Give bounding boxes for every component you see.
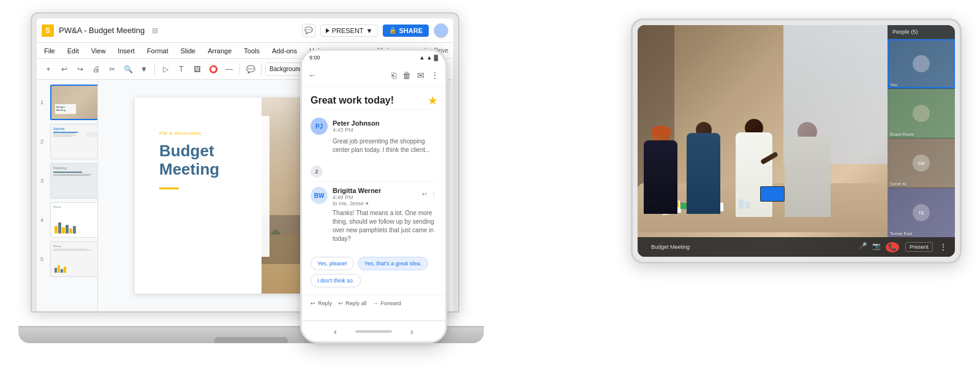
slide-thumbnail-5[interactable]: Racing [50, 241, 98, 277]
smart-reply-1[interactable]: Yes, please! [311, 257, 354, 270]
tool-text[interactable]: T [175, 63, 188, 76]
tool-shape[interactable]: ⭕ [206, 63, 220, 76]
email-star-icon[interactable]: ★ [428, 95, 437, 107]
slide-thumb-container-4: 4 Racing [50, 202, 94, 238]
slide-number-1: 1 [40, 99, 43, 105]
comment-button[interactable]: 💬 [302, 24, 315, 37]
archive-icon[interactable]: ⎗ [391, 70, 396, 80]
laptop-notch [214, 337, 288, 343]
tool-line[interactable]: — [222, 63, 236, 76]
slide-thumbnail-2[interactable]: Agenda [50, 124, 98, 159]
more-icon[interactable]: ⋮ [431, 70, 439, 80]
present-button[interactable]: PRESENT ▼ [320, 25, 379, 37]
sender-meta-2: Brigitta Werner 4:49 PM ↩ ⋮ to me, Jesse… [333, 187, 437, 207]
phone-nav-icons: ⎗ 🗑 ✉ ⋮ [391, 70, 439, 80]
menu-view[interactable]: View [89, 46, 108, 56]
email-actions: ↩ Reply ↩ Reply all → Forward [302, 295, 445, 311]
slide-thumbnail-4[interactable]: Racing [50, 202, 98, 238]
slide-accent-line [159, 188, 179, 189]
email-body-2: Thanks! That means a lot. One more thing… [333, 209, 437, 243]
participant-thumb-1[interactable]: You [888, 39, 955, 89]
hangup-icon[interactable]: 📞 [886, 242, 899, 252]
slides-topbar: S PW&A - Budget Meeting ▤ 💬 PRESENT ▼ 🔒 [37, 18, 453, 43]
phone-device: 9:00 ▲ ▲ ▓ ← ⎗ 🗑 ✉ ⋮ [300, 49, 447, 343]
p3-avatar: SM [913, 154, 930, 172]
message-more-icon[interactable]: ⋮ [431, 191, 437, 197]
reply-all-button[interactable]: ↩ Reply all [338, 300, 367, 306]
email-message-1: PJ Peter Johnson 4:43 PM Great job prese… [302, 110, 445, 162]
reply-button[interactable]: ↩ Reply [311, 300, 332, 306]
thumb2-title: Agenda [53, 127, 98, 131]
slides-logo-icon: S [42, 25, 54, 37]
person1-hair [651, 126, 671, 135]
meet-title: Budget Meeting [651, 244, 853, 250]
menu-file[interactable]: File [42, 46, 58, 56]
sender-avatar-2: BW [311, 187, 328, 204]
menu-slide[interactable]: Slide [178, 46, 198, 56]
present-dropdown-icon: ▼ [366, 27, 373, 34]
slide-thumbnail-3[interactable]: Reporting [50, 163, 98, 199]
meet-side-header: People (5) [888, 25, 955, 39]
tool-zoom[interactable]: 🔍 [121, 63, 135, 76]
sender-row-1: PJ Peter Johnson 4:43 PM [311, 118, 437, 135]
reply-icon[interactable]: ↩ [422, 191, 427, 197]
menu-edit[interactable]: Edit [65, 46, 81, 56]
tool-cursor[interactable]: ▷ [159, 63, 172, 76]
scene: S PW&A - Budget Meeting ▤ 💬 PRESENT ▼ 🔒 [0, 0, 980, 383]
back-arrow-icon[interactable]: ← [308, 70, 317, 80]
smart-reply-2[interactable]: Yes, that's a great idea. [358, 257, 428, 270]
reply-all-icon: ↩ [338, 300, 343, 306]
participant-thumb-3[interactable]: SM Sarah M. [888, 138, 955, 188]
slide-thumb-container-5: 5 Racing [50, 241, 94, 277]
sender-time-2: 4:49 PM [333, 194, 381, 200]
menu-insert[interactable]: Insert [115, 46, 137, 56]
user-avatar [434, 23, 448, 38]
email-icon[interactable]: ✉ [417, 70, 424, 80]
slide-thumb-container-1: 1 BudgetMeeting [50, 85, 94, 120]
meet-more-icon[interactable]: ⋮ [939, 242, 948, 252]
participant-thumb-4[interactable]: TE Tomas East [888, 188, 955, 237]
tablet-frame: People (5) You [631, 18, 962, 264]
slide-content-box: PW & Associates BudgetMeeting [147, 116, 270, 257]
person1-body [644, 140, 677, 214]
phone-nav-prev[interactable]: ‹ [334, 327, 337, 336]
forward-button[interactable]: → Forward [373, 300, 401, 306]
menu-arrange[interactable]: Arrange [205, 46, 234, 56]
phone-nav-next[interactable]: › [410, 327, 413, 336]
tool-redo[interactable]: ↪ [74, 63, 87, 76]
sender-time-1: 4:43 PM [333, 127, 437, 133]
tool-print[interactable]: 🖨 [89, 63, 103, 76]
wifi-icon: ▲ [427, 55, 432, 61]
menu-format[interactable]: Format [145, 46, 171, 56]
phone-frame: 9:00 ▲ ▲ ▓ ← ⎗ 🗑 ✉ ⋮ [300, 49, 447, 343]
tool-comment[interactable]: 💬 [244, 63, 257, 76]
sender-avatar-1: PJ [311, 118, 328, 135]
tool-paint[interactable]: ✂ [105, 63, 119, 76]
slide-thumbnail-1[interactable]: BudgetMeeting [50, 85, 98, 120]
slides-title: PW&A - Budget Meeting [59, 26, 145, 35]
delete-icon[interactable]: 🗑 [402, 70, 411, 80]
participant-thumb-2[interactable]: Board Room [888, 89, 955, 138]
mic-icon[interactable]: 🎤 [859, 242, 867, 252]
menu-addons[interactable]: Add-ons [270, 46, 300, 56]
menu-tools[interactable]: Tools [241, 46, 262, 56]
meet-bottom-bar: Budget Meeting 🎤 📷 📞 Present ⋮ [638, 237, 955, 257]
laptop-on-table [760, 186, 785, 202]
slide-number-2: 2 [40, 138, 43, 145]
reply-all-label: Reply all [345, 300, 367, 306]
tool-add[interactable]: + [42, 63, 55, 76]
email-expand-count[interactable]: 2 [311, 165, 323, 178]
tool-zoom-dropdown[interactable]: ▼ [137, 63, 151, 76]
share-button[interactable]: 🔒 SHARE [383, 25, 429, 37]
tool-undo[interactable]: ↩ [58, 63, 71, 76]
participant-name-4: Tomas East [890, 232, 913, 236]
tool-image[interactable]: 🖼 [190, 63, 204, 76]
phone-status-icons: ▲ ▲ ▓ [420, 55, 438, 61]
signal-icon: ▲ [420, 55, 425, 61]
participant-name-1: You [890, 83, 897, 87]
camera-icon[interactable]: 📷 [872, 242, 881, 252]
smart-reply-3[interactable]: I don't think so. [311, 274, 361, 287]
sender-name-1: Peter Johnson [333, 119, 437, 127]
present-button-tablet[interactable]: Present [905, 242, 933, 252]
active-border-1 [888, 39, 955, 88]
